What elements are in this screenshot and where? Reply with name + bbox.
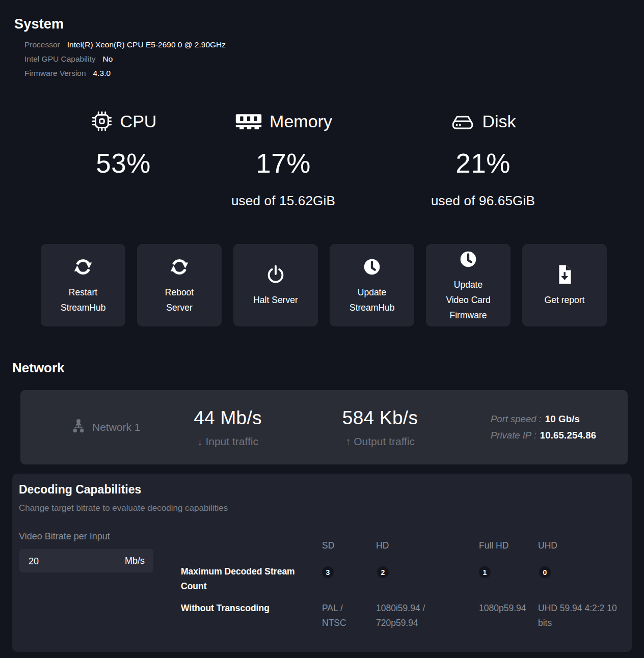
- memory-stat: Memory 17% used of 15.62GiB: [186, 107, 380, 209]
- port-speed-row: Port speed :10 Gb/s: [491, 411, 596, 427]
- gpu-capability-value: No: [103, 54, 113, 63]
- power-icon: [264, 263, 287, 286]
- output-traffic-value: 584 Kb/s: [342, 407, 418, 429]
- input-traffic-label: ↓ Input traffic: [194, 435, 262, 448]
- memory-detail: used of 15.62GiB: [186, 193, 380, 209]
- port-speed-label: Port speed :: [491, 414, 542, 424]
- without-transcoding-uhd: UHD 59.94 4:2:2 10 bits: [538, 601, 624, 630]
- network-heading: Network: [12, 360, 65, 376]
- private-ip-label: Private IP :: [491, 430, 536, 441]
- halt-server-label: Halt Server: [253, 292, 298, 308]
- info-row-processor: ProcessorIntel(R) Xeon(R) CPU E5-2690 0 …: [24, 40, 226, 50]
- update-streamhub-label: Update StreamHub: [350, 285, 394, 315]
- clock-icon: [457, 248, 480, 271]
- clock-icon: [360, 255, 384, 279]
- system-actions: Restart StreamHub Reboot Server: [41, 244, 607, 326]
- bitrate-input-group: Mb/s: [19, 549, 153, 572]
- system-info: ProcessorIntel(R) Xeon(R) CPU E5-2690 0 …: [24, 40, 226, 83]
- get-report-label: Get report: [545, 292, 585, 308]
- restart-streamhub-label: Restart StreamHub: [61, 285, 105, 315]
- without-transcoding-sd: PAL / NTSC: [322, 601, 358, 630]
- private-ip-value: 10.65.254.86: [540, 430, 596, 441]
- without-transcoding-label: Without Transcoding: [181, 601, 306, 616]
- update-streamhub-button[interactable]: Update StreamHub: [330, 244, 414, 326]
- input-traffic-value: 44 Mb/s: [194, 407, 262, 429]
- column-header-uhd: UHD: [538, 540, 557, 551]
- disk-percent: 21%: [386, 148, 580, 179]
- memory-icon: [234, 111, 263, 132]
- processor-label: Processor: [24, 40, 60, 49]
- stream-count-badge-uhd: 0: [539, 566, 551, 578]
- column-header-hd: HD: [376, 540, 389, 551]
- sitemap-icon: [70, 418, 87, 437]
- input-traffic-stat: 44 Mb/s ↓ Input traffic: [194, 407, 262, 448]
- max-decoded-stream-count-label: Maximum Decoded Stream Count: [181, 564, 306, 594]
- dashboard-page: System ProcessorIntel(R) Xeon(R) CPU E5-…: [0, 0, 644, 658]
- halt-server-button[interactable]: Halt Server: [233, 244, 318, 326]
- column-header-full-hd: Full HD: [479, 540, 508, 551]
- column-header-sd: SD: [322, 540, 334, 551]
- gpu-capability-label: Intel GPU Capability: [24, 54, 96, 63]
- decoding-title: Decoding Capabilities: [19, 483, 141, 497]
- report-download-icon: [553, 263, 576, 286]
- reboot-server-label: Reboot Server: [157, 285, 202, 315]
- without-transcoding-hd: 1080i59.94 / 720p59.94: [376, 601, 442, 630]
- processor-value: Intel(R) Xeon(R) CPU E5-2690 0 @ 2.90GHz: [67, 40, 226, 49]
- sync-icon: [71, 255, 95, 279]
- update-video-card-firmware-button[interactable]: Update Video Card Firmware: [426, 244, 511, 326]
- get-report-button[interactable]: Get report: [522, 244, 607, 326]
- private-ip-row: Private IP :10.65.254.86: [491, 427, 596, 444]
- network-interface-card: Network 1 44 Mb/s ↓ Input traffic 584 Kb…: [20, 390, 628, 464]
- decoding-subtitle: Change target bitrate to evaluate decodi…: [19, 503, 228, 513]
- disk-detail: used of 96.65GiB: [386, 193, 580, 209]
- port-speed-value: 10 Gb/s: [545, 414, 580, 424]
- update-video-card-firmware-label: Update Video Card Firmware: [446, 277, 491, 323]
- firmware-version-value: 4.3.0: [93, 69, 111, 77]
- disk-icon: [450, 111, 475, 132]
- bitrate-label: Video Bitrate per Input: [19, 531, 110, 542]
- decoding-capabilities-panel: Decoding Capabilities Change target bitr…: [12, 474, 632, 652]
- firmware-version-label: Firmware Version: [24, 69, 86, 77]
- output-traffic-stat: 584 Kb/s ↑ Output traffic: [342, 407, 418, 448]
- cpu-icon: [90, 109, 114, 133]
- info-row-firmware: Firmware Version4.3.0: [24, 68, 226, 78]
- network-interface-name: Network 1: [92, 421, 141, 433]
- cpu-stat-label: CPU: [120, 112, 157, 131]
- network-interface-id: Network 1: [70, 418, 141, 437]
- bitrate-unit: Mb/s: [125, 556, 145, 566]
- network-meta: Port speed :10 Gb/s Private IP :10.65.25…: [491, 411, 596, 444]
- disk-stat: Disk 21% used of 96.65GiB: [386, 107, 580, 209]
- memory-percent: 17%: [186, 148, 380, 179]
- disk-stat-label: Disk: [482, 112, 516, 131]
- output-traffic-label: ↑ Output traffic: [342, 435, 418, 448]
- bitrate-input[interactable]: [19, 549, 121, 573]
- stream-count-badge-hd: 2: [377, 566, 389, 578]
- memory-stat-label: Memory: [270, 112, 332, 131]
- info-row-gpu: Intel GPU CapabilityNo: [24, 54, 226, 64]
- restart-streamhub-button[interactable]: Restart StreamHub: [41, 244, 125, 326]
- reboot-server-button[interactable]: Reboot Server: [137, 244, 222, 326]
- without-transcoding-full-hd: 1080p59.94: [479, 601, 540, 616]
- sync-icon: [168, 255, 191, 279]
- stream-count-badge-full-hd: 1: [479, 566, 491, 578]
- stream-count-badge-sd: 3: [322, 566, 334, 578]
- system-heading: System: [14, 16, 64, 32]
